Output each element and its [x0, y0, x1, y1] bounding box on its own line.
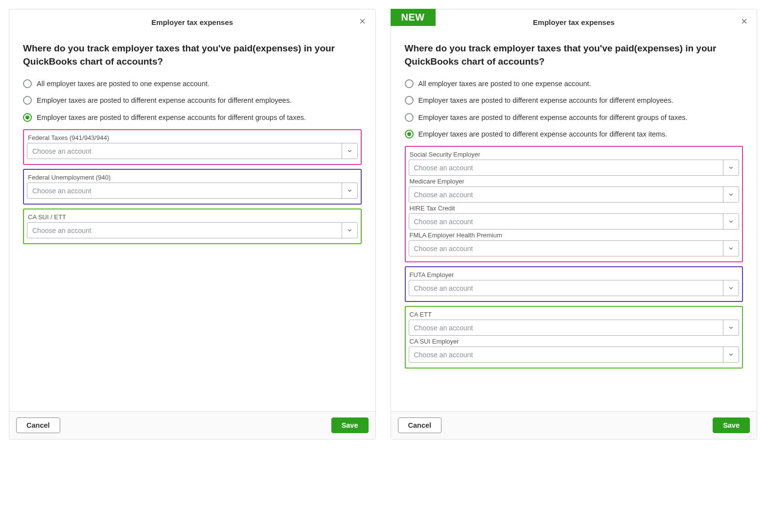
chevron-down-icon — [342, 183, 357, 198]
panel-header-left: Employer tax expenses — [9, 9, 375, 32]
select-placeholder: Choose an account — [27, 183, 342, 198]
close-icon — [359, 18, 366, 26]
account-select[interactable]: Choose an account — [409, 160, 740, 176]
radio-option-by-employee[interactable]: Employer taxes are posted to different e… — [23, 95, 362, 105]
group-federal-tax-items: Social Security Employer Choose an accou… — [405, 146, 743, 262]
panel-left: Employer tax expenses Where do you track… — [9, 9, 376, 439]
save-button[interactable]: Save — [713, 417, 750, 433]
radio-label: All employer taxes are posted to one exp… — [418, 79, 591, 89]
radio-circle-icon — [23, 113, 32, 122]
field-label: FMLA Employer Health Premium — [410, 231, 740, 239]
radio-option-one-account[interactable]: All employer taxes are posted to one exp… — [405, 79, 743, 89]
group-futa: FUTA Employer Choose an account — [405, 266, 743, 302]
account-select[interactable]: Choose an account — [409, 240, 740, 256]
radio-circle-icon — [23, 79, 32, 88]
question-heading: Where do you track employer taxes that y… — [405, 42, 743, 68]
field-futa: FUTA Employer Choose an account — [409, 271, 740, 296]
account-select[interactable]: Choose an account — [409, 320, 740, 336]
panel-footer: Cancel Save — [391, 411, 757, 439]
close-button[interactable] — [357, 16, 369, 28]
account-select[interactable]: Choose an account — [27, 143, 358, 159]
radio-group: All employer taxes are posted to one exp… — [23, 79, 362, 122]
radio-group: All employer taxes are posted to one exp… — [405, 79, 743, 139]
radio-option-by-employee[interactable]: Employer taxes are posted to different e… — [405, 95, 743, 105]
field-ca-sui: CA SUI Employer Choose an account — [409, 338, 740, 363]
select-placeholder: Choose an account — [409, 347, 723, 362]
save-button[interactable]: Save — [331, 417, 369, 433]
field-social-security: Social Security Employer Choose an accou… — [409, 151, 740, 176]
panel-header-right: Employer tax expenses — [391, 9, 757, 32]
field-label: Federal Unemployment (940) — [28, 174, 358, 181]
field-ca-sui-ett: CA SUI / ETT Choose an account — [27, 213, 358, 238]
select-placeholder: Choose an account — [409, 160, 723, 175]
radio-option-by-tax-item[interactable]: Employer taxes are posted to different e… — [405, 129, 743, 139]
panel-title: Employer tax expenses — [151, 18, 233, 26]
select-placeholder: Choose an account — [409, 280, 723, 296]
chevron-down-icon — [723, 160, 739, 175]
account-select[interactable]: Choose an account — [409, 280, 740, 296]
group-federal-unemployment: Federal Unemployment (940) Choose an acc… — [23, 169, 362, 205]
radio-option-one-account[interactable]: All employer taxes are posted to one exp… — [23, 79, 362, 89]
select-placeholder: Choose an account — [409, 241, 723, 256]
panel-right: NEW Employer tax expenses Where do you t… — [391, 9, 758, 439]
panel-body-right: Where do you track employer taxes that y… — [391, 32, 757, 411]
field-label: FUTA Employer — [410, 271, 740, 278]
chevron-down-icon — [723, 241, 739, 256]
select-placeholder: Choose an account — [27, 143, 342, 159]
radio-option-by-group[interactable]: Employer taxes are posted to different e… — [23, 113, 362, 122]
close-button[interactable] — [738, 16, 750, 28]
select-placeholder: Choose an account — [409, 214, 723, 229]
field-label: Federal Taxes (941/943/944) — [28, 134, 358, 141]
radio-circle-icon — [405, 79, 414, 88]
comparison-container: Employer tax expenses Where do you track… — [9, 9, 757, 439]
group-ca-items: CA ETT Choose an account CA SUI Employer… — [405, 306, 743, 369]
field-ca-ett: CA ETT Choose an account — [409, 311, 740, 336]
field-label: Medicare Employer — [410, 178, 740, 185]
chevron-down-icon — [723, 347, 739, 362]
field-label: CA SUI / ETT — [28, 213, 358, 221]
field-hire-tax-credit: HIRE Tax Credit Choose an account — [409, 205, 740, 230]
field-label: CA ETT — [410, 311, 740, 318]
field-label: Social Security Employer — [410, 151, 740, 158]
close-icon — [741, 18, 748, 26]
select-placeholder: Choose an account — [409, 320, 723, 335]
radio-option-by-group[interactable]: Employer taxes are posted to different e… — [405, 113, 743, 122]
radio-circle-icon — [23, 96, 32, 105]
field-label: CA SUI Employer — [410, 338, 740, 345]
radio-circle-icon — [405, 130, 414, 139]
chevron-down-icon — [723, 320, 739, 335]
account-select[interactable]: Choose an account — [409, 186, 740, 203]
radio-label: Employer taxes are posted to different e… — [37, 113, 306, 122]
chevron-down-icon — [723, 280, 739, 296]
panel-title: Employer tax expenses — [533, 18, 615, 26]
radio-label: Employer taxes are posted to different e… — [418, 95, 673, 105]
radio-circle-icon — [405, 113, 414, 122]
panel-footer: Cancel Save — [9, 411, 375, 439]
select-placeholder: Choose an account — [409, 187, 723, 202]
cancel-button[interactable]: Cancel — [398, 417, 442, 433]
panel-body-left: Where do you track employer taxes that y… — [9, 32, 375, 411]
chevron-down-icon — [342, 143, 357, 159]
field-federal-unemployment: Federal Unemployment (940) Choose an acc… — [27, 174, 358, 199]
radio-circle-icon — [405, 96, 414, 105]
cancel-button[interactable]: Cancel — [16, 417, 60, 433]
radio-label: Employer taxes are posted to different e… — [37, 95, 292, 105]
chevron-down-icon — [723, 214, 739, 229]
radio-label: Employer taxes are posted to different e… — [418, 129, 668, 139]
account-select[interactable]: Choose an account — [27, 222, 358, 238]
account-select[interactable]: Choose an account — [409, 347, 740, 363]
field-label: HIRE Tax Credit — [410, 205, 740, 212]
account-select[interactable]: Choose an account — [27, 183, 358, 199]
group-ca-sui-ett: CA SUI / ETT Choose an account — [23, 208, 362, 244]
field-federal-taxes: Federal Taxes (941/943/944) Choose an ac… — [27, 134, 358, 159]
field-medicare: Medicare Employer Choose an account — [409, 178, 740, 203]
radio-dot-icon — [407, 132, 411, 136]
select-placeholder: Choose an account — [27, 223, 342, 238]
field-fmla-premium: FMLA Employer Health Premium Choose an a… — [409, 231, 740, 256]
account-select[interactable]: Choose an account — [409, 213, 740, 230]
chevron-down-icon — [342, 223, 357, 238]
group-federal-taxes: Federal Taxes (941/943/944) Choose an ac… — [23, 129, 362, 165]
chevron-down-icon — [723, 187, 739, 202]
radio-label: Employer taxes are posted to different e… — [418, 113, 688, 122]
radio-label: All employer taxes are posted to one exp… — [37, 79, 209, 89]
